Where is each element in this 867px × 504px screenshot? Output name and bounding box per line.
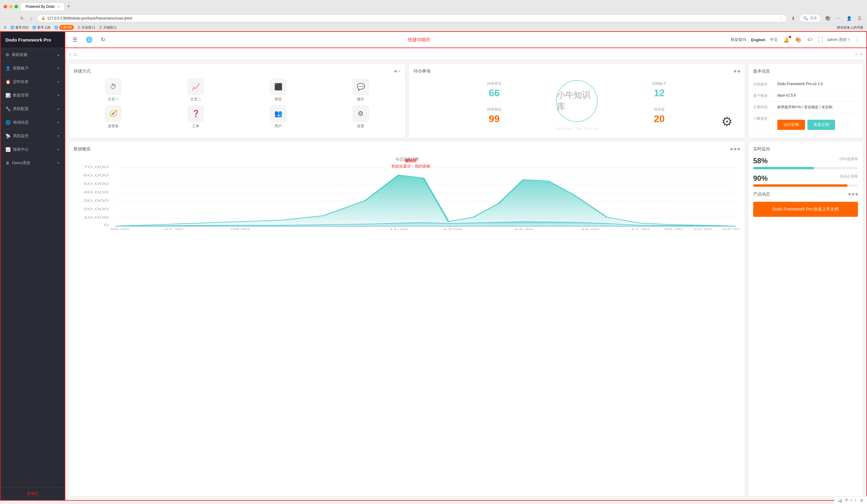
shortcut-chat[interactable]: 💬 聊天 [321,79,400,102]
data-overview-title: 数据概览 [74,146,90,152]
shortcut-user[interactable]: 👥 用户 [239,106,318,129]
ddot3 [738,148,740,150]
fullscreen-button[interactable]: ⛶ [816,36,825,44]
version-widget: 版本信息 当前版本 Dodo Framework Pro-v2.1.0 基于框架… [748,64,863,138]
user-icon: 👥 [270,106,286,122]
admin-label[interactable]: admin 您好！ [827,37,851,42]
english-link[interactable]: English [751,37,765,42]
more-tools-icon[interactable]: ⋯ [835,15,842,22]
menu-toggle-button[interactable]: ☰ [70,35,80,44]
status-lang-cn[interactable]: 中 [845,498,848,501]
download-icon[interactable]: ⬇ [790,15,797,22]
library-icon[interactable]: 📚 [823,15,832,22]
pending-products-value: 99 [416,113,572,124]
sidebar: Dodo Framework Pro ⚙ 基础设施 ▲ 👤 权限账户 ▼ ⏰ [1,32,65,500]
bookmark-star-icon[interactable]: ☆ [779,16,783,20]
bookmark-tmall[interactable]: 天 天猫双11 [99,25,117,30]
sidebar-item-config[interactable]: 🔧 系统配置 ▼ [1,102,65,116]
mobile-bookmark: 移动设备上的书签 [837,25,864,30]
data-dots [730,148,740,150]
sidebar-item-monitor[interactable]: 📡 系统监控 ▼ [1,129,65,143]
home-tab-button[interactable]: ⌂ [74,52,77,57]
shortcut-homepage2[interactable]: 📈 主页二 [156,79,235,102]
top-header: ☰ 🌐 ↻ 快捷功能区 框架疑问 English 中文 🔔 🎨 🏷 ⛶ admi… [65,32,866,48]
refresh-header-button[interactable]: ↻ [98,35,108,44]
svg-text:06:00: 06:00 [110,228,129,231]
new-tab-button[interactable]: + [66,3,72,10]
status-moon-icon[interactable]: ☾ [854,498,858,501]
menu-icon[interactable]: ☰ [856,15,864,22]
demo-icon: 🖥 [6,161,10,165]
bookmark-jd[interactable]: 京 京东双11 [77,25,95,30]
shortcuts-dots [394,70,400,73]
tab-bar: Powered By Dodo ✕ + [21,2,864,11]
sidebar-item-accounts[interactable]: 👤 权限账户 ▼ [1,62,65,75]
sidebar-item-region[interactable]: 🌐 地域信息 ▼ [1,116,65,129]
globe-icon-button[interactable]: 🌐 [83,35,95,44]
shortcut-progress[interactable]: 🧭 进度条 [74,106,153,129]
url-bar[interactable]: 🔒 127.0.0.1:8080/dodo-pro/back/framemenu… [37,14,787,22]
status-settings-icon[interactable]: ⚙ [860,498,864,501]
homepage1-icon: ⏱ [105,79,121,95]
pdot2 [852,193,854,196]
profile-icon[interactable]: 👤 [845,15,854,22]
homepage2-label: 主页二 [190,97,201,102]
sidebar-item-scheduler[interactable]: ⏰ 定时任务 ▼ [1,75,65,89]
sidebar-item-infrastructure[interactable]: ⚙ 基础设施 ▲ [1,48,65,62]
chevron-right-icon5: ▼ [57,121,60,124]
url-text: 127.0.0.1:8080/dodo-pro/back/framemenu/m… [47,16,778,20]
refresh-button[interactable]: ↻ [18,15,25,22]
svg-text:17:30: 17:30 [631,228,649,231]
home-nav-button[interactable]: ⌂ [28,15,34,22]
memory-label: 内存占用率 [840,174,858,183]
sidebar-item-demo[interactable]: 🖥 Demo系统 ▼ [1,156,65,170]
todo-dots [734,70,740,73]
product-docs-button[interactable]: Dodo Framework Pro 快速上手文档 [753,202,858,217]
shortcut-homepage1[interactable]: ⏱ 主页一 [74,79,153,102]
cpu-progress-bar [753,167,858,169]
config-label: 系统配置 [13,106,29,112]
sidebar-item-reports[interactable]: 📈 报表中心 ▼ [1,143,65,156]
pending-posts-label: 待审帖子 [581,81,738,86]
maximize-button[interactable] [14,5,18,8]
notification-bell-button[interactable]: 🔔 [782,36,791,44]
shortcut-modal[interactable]: ⬛ 弹层 [239,79,318,102]
close-button[interactable] [3,5,7,8]
chinese-link[interactable]: 中文 [770,37,778,42]
active-tab[interactable]: Powered By Dodo ✕ [21,2,65,11]
minimize-button[interactable] [9,5,13,8]
tab-close-icon[interactable]: ✕ [57,5,60,8]
shortcut-settings[interactable]: ⚙ 设置 [321,106,400,129]
shortcuts-widget: 快捷方式 ⏱ 主页一 📈 主页二 ⬛ [69,64,405,138]
pending-goods-value: 20 [581,113,738,124]
chevron-right-icon2: ▼ [57,80,60,84]
shortcut-ticket[interactable]: ❓ 工单 [156,106,235,129]
tag-button[interactable]: 🏷 [806,36,814,44]
shortcuts-grid: ⏱ 主页一 📈 主页二 ⬛ 弹层 💬 聊天 [74,79,400,129]
official-site-button[interactable]: 访问官网 [777,120,805,130]
back-button[interactable]: ‹ [3,15,9,22]
pending-products-label: 待审商品 [416,107,572,112]
bookmark-most-visited[interactable]: 🌐 最常访问 [10,25,29,30]
settings-icon: ⚙ [353,106,369,122]
framework-help-link[interactable]: 框架疑问 [731,37,746,42]
prev-tab-button[interactable]: « [69,52,71,56]
next-tabs-button[interactable]: » [855,52,857,56]
bookmark-messages[interactable]: 🌐 0 新消息 [54,25,74,30]
more-options-button[interactable]: ⋮ [853,36,861,44]
svg-text:22:00: 22:00 [693,228,711,231]
bookmark-newbie[interactable]: 🌐 新手上路 [32,25,51,30]
lock-icon: 🔒 [41,16,45,20]
svg-text:30,000: 30,000 [83,199,109,202]
shortcuts-title: 快捷方式 [74,68,90,74]
collapse-tabs-button[interactable]: ∨ [860,52,863,56]
svg-text:20:30: 20:30 [664,228,683,231]
settings-gear-icon: ⚙ [721,114,733,129]
quick-area-label: 快捷功能区 [111,37,727,43]
search-bar[interactable]: 🔍 搜索 [799,14,821,22]
forward-button[interactable]: › [11,15,16,22]
flow-chart: 70,000 60,000 50,000 40,000 30,000 20,00… [74,164,740,231]
skin-button[interactable]: 🎨 [793,36,803,44]
sidebar-item-data[interactable]: 📊 数据管理 ▼ [1,89,65,102]
view-docs-button[interactable]: 查看文档 [807,120,835,130]
